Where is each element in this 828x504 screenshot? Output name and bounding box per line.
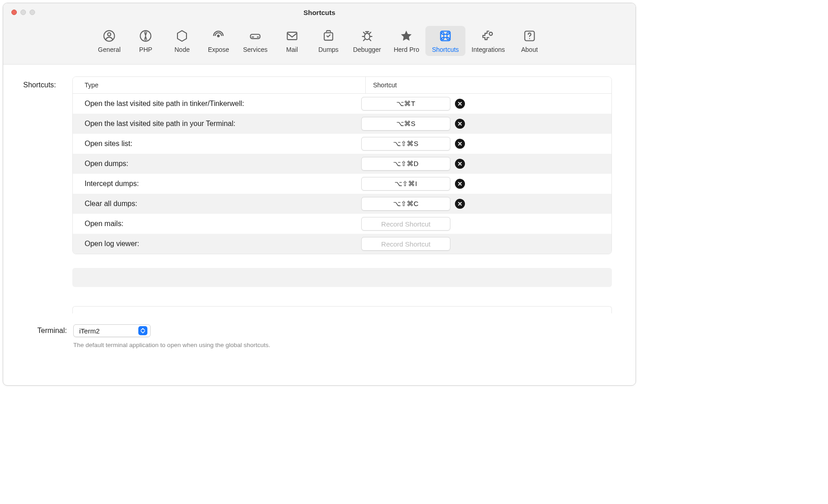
shortcut-cell: ⌥⇧⌘C (359, 197, 605, 211)
tab-integrations[interactable]: Integrations (465, 26, 511, 56)
table-row: Open log viewer: Record Shortcut (73, 234, 611, 254)
close-icon (458, 181, 462, 186)
table-row: Open the last visited site path in tinke… (73, 94, 611, 114)
shortcut-recorder[interactable]: Record Shortcut (361, 237, 450, 251)
dumps-icon (322, 30, 335, 42)
table-row: Clear all dumps: ⌥⇧⌘C (73, 194, 611, 214)
tab-label: Mail (286, 46, 298, 53)
mail-icon (286, 30, 298, 42)
table-row (72, 306, 612, 313)
column-header-type[interactable]: Type (73, 77, 366, 93)
clear-shortcut-button[interactable] (455, 99, 465, 109)
shortcut-description: Clear all dumps: (79, 200, 359, 208)
tab-mail[interactable]: Mail (274, 26, 310, 56)
window-controls (3, 10, 35, 15)
zoom-window-button[interactable] (30, 10, 35, 15)
shortcut-recorder[interactable]: ⌥⌘S (361, 117, 450, 131)
shortcut-cell: ⌥⇧⌘I (359, 177, 605, 191)
tab-label: Expose (208, 46, 229, 53)
terminal-select-value: iTerm2 (79, 327, 134, 335)
preferences-window: Shortcuts General PHP Node Expose Servic… (3, 3, 636, 386)
shortcut-recorder[interactable]: ⌥⇧⌘I (361, 177, 450, 191)
shortcut-description: Open sites list: (79, 140, 359, 148)
shortcuts-table: Type Shortcut Open the last visited site… (72, 76, 612, 254)
shortcut-recorder[interactable]: ⌥⇧⌘C (361, 197, 450, 211)
tab-label: PHP (139, 46, 152, 53)
tab-label: Shortcuts (432, 46, 459, 53)
close-icon (458, 161, 462, 166)
clear-shortcut-button[interactable] (455, 119, 465, 129)
tab-label: Services (243, 46, 268, 53)
table-row: Open mails: Record Shortcut (73, 214, 611, 234)
general-icon (103, 30, 116, 42)
tab-herdpro[interactable]: Herd Pro (387, 26, 425, 56)
shortcut-recorder[interactable]: ⌥⇧⌘S (361, 137, 450, 151)
close-icon (458, 141, 462, 146)
terminal-select[interactable]: iTerm2 (73, 324, 151, 337)
tab-about[interactable]: About (511, 26, 548, 56)
table-row (72, 287, 612, 306)
expose-icon (212, 30, 225, 42)
tab-label: Debugger (353, 46, 381, 53)
table-body: Open the last visited site path in tinke… (73, 94, 611, 254)
about-icon (523, 30, 536, 42)
php-icon (139, 30, 152, 42)
table-header-row: Type Shortcut (73, 77, 611, 94)
minimize-window-button[interactable] (20, 10, 26, 15)
herdpro-icon (400, 30, 413, 42)
table-row: Open dumps: ⌥⇧⌘D (73, 154, 611, 174)
clear-shortcut-button[interactable] (455, 199, 465, 209)
shortcuts-section-label: Shortcuts: (23, 76, 72, 89)
tab-shortcuts[interactable]: Shortcuts (425, 26, 465, 56)
tab-expose[interactable]: Expose (200, 26, 237, 56)
shortcut-description: Open the last visited site path in your … (79, 120, 359, 128)
tab-label: Node (175, 46, 190, 53)
content: Shortcuts: Type Shortcut Open the last v… (3, 65, 636, 358)
shortcut-recorder[interactable]: ⌥⇧⌘D (361, 157, 450, 171)
shortcut-cell: ⌥⇧⌘D (359, 157, 605, 171)
terminal-hint: The default terminal application to open… (73, 342, 616, 348)
tab-label: About (521, 46, 538, 53)
shortcut-recorder[interactable]: Record Shortcut (361, 217, 450, 231)
shortcut-cell: ⌥⇧⌘S (359, 137, 605, 151)
tab-label: General (98, 46, 121, 53)
node-icon (176, 30, 188, 42)
window-title: Shortcuts (3, 9, 636, 16)
terminal-label: Terminal: (23, 327, 67, 335)
shortcut-description: Intercept dumps: (79, 180, 359, 188)
column-header-shortcut[interactable]: Shortcut (366, 77, 611, 93)
titlebar: Shortcuts (3, 3, 636, 21)
tab-label: Integrations (472, 46, 505, 53)
shortcut-description: Open log viewer: (79, 240, 359, 248)
services-icon (249, 30, 262, 42)
select-chevron-icon (138, 326, 147, 335)
tab-label: Dumps (318, 46, 338, 53)
table-row: Open sites list: ⌥⇧⌘S (73, 134, 611, 154)
clear-shortcut-button[interactable] (455, 159, 465, 169)
shortcut-recorder[interactable]: ⌥⌘T (361, 97, 450, 111)
shortcut-description: Open the last visited site path in tinke… (79, 100, 359, 108)
terminal-setting-row: Terminal: iTerm2 (23, 324, 616, 337)
shortcut-cell: Record Shortcut (359, 217, 605, 231)
tab-general[interactable]: General (91, 26, 127, 56)
shortcut-cell: Record Shortcut (359, 237, 605, 251)
close-window-button[interactable] (11, 10, 17, 15)
clear-shortcut-button[interactable] (455, 139, 465, 149)
tab-dumps[interactable]: Dumps (310, 26, 347, 56)
close-icon (458, 101, 462, 106)
shortcut-cell: ⌥⌘S (359, 117, 605, 131)
tab-debugger[interactable]: Debugger (347, 26, 388, 56)
table-row: Intercept dumps: ⌥⇧⌘I (73, 174, 611, 194)
tab-label: Herd Pro (394, 46, 419, 53)
shortcut-description: Open mails: (79, 220, 359, 228)
tab-node[interactable]: Node (164, 26, 200, 56)
clear-shortcut-button[interactable] (455, 179, 465, 189)
tab-services[interactable]: Services (237, 26, 274, 56)
tab-php[interactable]: PHP (127, 26, 164, 56)
shortcuts-icon (439, 30, 452, 42)
close-icon (458, 202, 462, 206)
integrations-icon (482, 30, 495, 42)
table-row (72, 268, 612, 287)
debugger-icon (361, 30, 374, 42)
table-row: Open the last visited site path in your … (73, 114, 611, 134)
